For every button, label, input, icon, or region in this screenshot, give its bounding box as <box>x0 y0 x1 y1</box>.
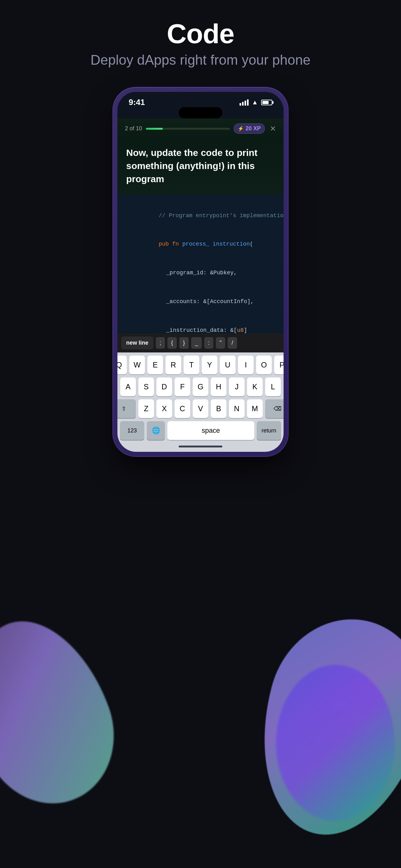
status-time: 9:41 <box>129 97 145 107</box>
key-k[interactable]: K <box>247 377 263 396</box>
code-editor[interactable]: // Program entrypoint's implementation p… <box>118 195 283 333</box>
key-r[interactable]: R <box>166 355 181 374</box>
keyboard-section: Q W E R T Y U I O P A S D F G <box>118 352 283 443</box>
keyboard-row-1: Q W E R T Y U I O P <box>120 355 281 374</box>
header-section: Code Deploy dApps right from your phone <box>0 19 401 68</box>
toolbar-key-slash[interactable]: / <box>228 337 237 349</box>
key-v[interactable]: V <box>193 399 208 418</box>
xp-badge: ⚡ 20 XP <box>234 123 265 134</box>
code-line-5: _instruction_data: &[u8] <box>118 316 283 333</box>
progress-label: 2 of 10 <box>125 125 142 132</box>
battery-fill <box>262 101 269 104</box>
key-t[interactable]: T <box>183 355 199 374</box>
key-m[interactable]: M <box>247 399 263 418</box>
wifi-icon: ▲ <box>252 99 258 106</box>
code-line-1: // Program entrypoint's implementation <box>118 201 283 230</box>
space-key[interactable]: space <box>167 421 254 440</box>
code-line-3: _program_id: &Pubkey, <box>118 259 283 287</box>
lightning-icon: ⚡ <box>238 126 244 131</box>
globe-key[interactable]: 🌐 <box>147 421 165 440</box>
page-title: Code <box>0 19 401 49</box>
key-h[interactable]: H <box>211 377 226 396</box>
keyboard-row-4: 123 🌐 space return <box>120 421 281 440</box>
toolbar-key-colon[interactable]: : <box>204 337 213 349</box>
key-d[interactable]: D <box>157 377 172 396</box>
keyboard-row-2: A S D F G H J K L <box>120 377 281 396</box>
key-x[interactable]: X <box>157 399 172 418</box>
key-y[interactable]: Y <box>202 355 218 374</box>
key-c[interactable]: C <box>175 399 190 418</box>
shift-key[interactable]: ⇧ <box>118 399 136 418</box>
toolbar-key-close-brace[interactable]: } <box>179 337 189 349</box>
toolbar-key-newline[interactable]: new line <box>121 337 153 349</box>
toolbar-key-semicolon[interactable]: ; <box>156 337 165 349</box>
battery-icon <box>261 100 272 105</box>
bg-decoration-right-inner <box>276 665 395 821</box>
return-key[interactable]: return <box>257 421 281 440</box>
key-f[interactable]: F <box>175 377 190 396</box>
delete-key[interactable]: ⌫ <box>265 399 283 418</box>
key-e[interactable]: E <box>147 355 163 374</box>
xp-text: 20 XP <box>245 125 261 132</box>
phone-screen: 9:41 ▲ 2 of 10 <box>118 92 283 452</box>
signal-icon <box>239 99 248 105</box>
key-g[interactable]: G <box>193 377 208 396</box>
page-subtitle: Deploy dApps right from your phone <box>0 52 401 68</box>
key-u[interactable]: U <box>220 355 235 374</box>
progress-bar-container <box>146 128 230 130</box>
key-o[interactable]: O <box>256 355 272 374</box>
status-icons: ▲ <box>239 99 272 106</box>
keyboard-toolbar: new line ; { } _ : " / <box>118 333 283 352</box>
key-p[interactable]: P <box>274 355 283 374</box>
question-text: Now, update the code to print something … <box>126 146 275 186</box>
key-l[interactable]: L <box>265 377 281 396</box>
question-section: Now, update the code to print something … <box>118 139 283 195</box>
numbers-key[interactable]: 123 <box>120 421 144 440</box>
code-line-2: pub fn process_ instruction( <box>118 230 283 259</box>
key-i[interactable]: I <box>238 355 254 374</box>
key-b[interactable]: B <box>211 399 226 418</box>
progress-section: 2 of 10 ⚡ 20 XP ✕ <box>118 118 283 139</box>
bg-decoration-left <box>0 601 134 822</box>
key-q[interactable]: Q <box>118 355 127 374</box>
key-s[interactable]: S <box>138 377 154 396</box>
close-button[interactable]: ✕ <box>270 124 276 133</box>
home-indicator <box>118 443 283 452</box>
progress-bar-fill <box>146 128 163 130</box>
code-line-4: _accounts: &[AccountInfo], <box>118 287 283 316</box>
key-n[interactable]: N <box>229 399 244 418</box>
key-z[interactable]: Z <box>138 399 154 418</box>
toolbar-key-open-brace[interactable]: { <box>167 337 177 349</box>
key-a[interactable]: A <box>120 377 136 396</box>
toolbar-key-underscore[interactable]: _ <box>191 337 202 349</box>
phone-mockup: 9:41 ▲ 2 of 10 <box>113 88 288 456</box>
keyboard-row-3: ⇧ Z X C V B N M ⌫ <box>120 399 281 418</box>
toolbar-key-quote[interactable]: " <box>216 337 225 349</box>
home-bar <box>179 445 222 447</box>
key-j[interactable]: J <box>229 377 244 396</box>
dynamic-island <box>179 107 222 118</box>
key-w[interactable]: W <box>129 355 145 374</box>
phone-frame: 9:41 ▲ 2 of 10 <box>113 88 288 456</box>
